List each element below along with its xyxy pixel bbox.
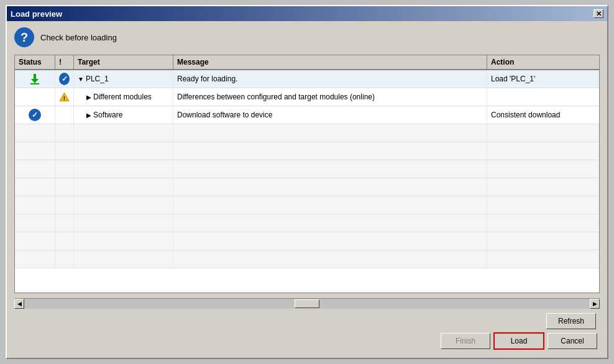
load-preview-dialog: Load preview ✕ ? Check before loading St… [6, 5, 608, 359]
download-icon [29, 73, 41, 85]
finish-button[interactable]: Finish [441, 333, 490, 349]
table-row: ! ▶ Different modules Differences betwee… [15, 88, 599, 106]
scroll-left-button[interactable]: ◀ [14, 299, 24, 309]
target-cell-2: ▶ Different modules [74, 88, 173, 106]
action-cell-2 [487, 88, 599, 106]
scroll-thumb[interactable] [295, 299, 319, 308]
col-status: Status [15, 55, 55, 69]
col-action: Action [487, 55, 599, 69]
cancel-button[interactable]: Cancel [548, 333, 597, 349]
col-target: Target [74, 55, 173, 69]
action-cell-1: Load 'PLC_1' [487, 70, 599, 88]
target-label-2: Different modules [93, 93, 152, 101]
target-cell-1: ▼ PLC_1 [74, 70, 173, 88]
target-cell-3: ▶ Software [74, 106, 173, 124]
button-row: Finish Load Cancel [17, 333, 597, 350]
table-row-empty [15, 178, 599, 196]
dialog-title: Load preview [11, 9, 62, 19]
table-body: ✓ ▼ PLC_1 Ready for loading. Load 'PLC_1… [15, 70, 599, 293]
table-row-empty [15, 214, 599, 232]
check-icon-1: ✓ [59, 73, 70, 85]
bottom-bar: Refresh Finish Load Cancel [14, 313, 600, 353]
title-bar: Load preview ✕ [7, 6, 607, 21]
table-row-empty [15, 124, 599, 142]
table-row-empty [15, 160, 599, 178]
load-button[interactable]: Load [494, 333, 544, 349]
status-cell-3: ✓ [15, 106, 55, 124]
status-cell-1 [15, 70, 55, 88]
svg-text:!: ! [63, 95, 65, 101]
close-button[interactable]: ✕ [593, 9, 603, 18]
table-header: Status ! Target Message Action [15, 55, 599, 70]
svg-rect-0 [34, 74, 36, 80]
table-row: ✓ ▼ PLC_1 Ready for loading. Load 'PLC_1… [15, 70, 599, 88]
message-cell-2: Differences between configured and targe… [173, 88, 487, 106]
check-icon-3: ✓ [29, 109, 41, 121]
expand-arrow-2[interactable]: ▶ [86, 94, 91, 101]
message-cell-1: Ready for loading. [173, 70, 487, 88]
refresh-row: Refresh [17, 313, 597, 329]
dialog-body: ? Check before loading Status ! Target M… [7, 21, 607, 358]
expand-arrow-3[interactable]: ▶ [86, 112, 91, 119]
scroll-track[interactable] [24, 299, 590, 309]
exclaim-cell-1: ✓ [55, 70, 74, 88]
exclaim-cell-2: ! [55, 88, 74, 106]
table-row-empty [15, 232, 599, 250]
expand-arrow-1[interactable]: ▼ [78, 76, 84, 83]
warning-icon: ! [59, 91, 70, 102]
refresh-button[interactable]: Refresh [546, 313, 596, 329]
action-cell-3: Consistent download [487, 106, 599, 124]
table-row-empty [15, 142, 599, 160]
message-cell-3: Download software to device [173, 106, 487, 124]
exclaim-cell-3 [55, 106, 74, 124]
col-exclaim: ! [55, 55, 74, 69]
table-row-empty [15, 196, 599, 214]
target-label-3: Software [93, 111, 122, 119]
scroll-right-button[interactable]: ▶ [590, 299, 600, 309]
preview-table: Status ! Target Message Action [14, 55, 600, 293]
horizontal-scrollbar: ◀ ▶ [14, 298, 600, 308]
header-text: Check before loading [40, 33, 117, 42]
svg-marker-1 [31, 79, 39, 83]
question-icon: ? [14, 27, 34, 47]
header-row: ? Check before loading [14, 27, 600, 47]
col-message: Message [173, 55, 487, 69]
status-cell-2 [15, 88, 55, 106]
table-row: ✓ ▶ Software Download software to device… [15, 106, 599, 124]
svg-rect-2 [30, 83, 39, 84]
target-label-1: PLC_1 [86, 75, 109, 83]
table-row-empty [15, 250, 599, 268]
